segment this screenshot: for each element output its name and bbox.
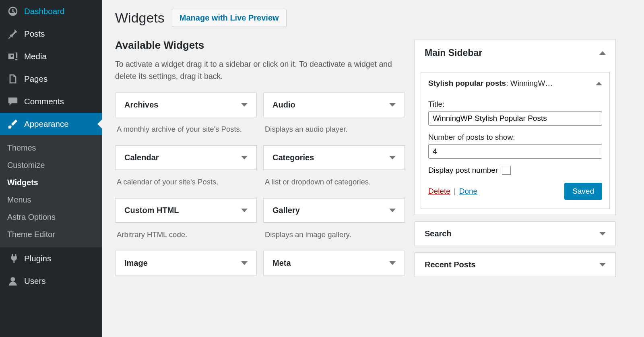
title-label: Title: <box>428 100 602 109</box>
chevron-down-icon <box>241 261 248 265</box>
widget-desc: Arbitrary HTML code. <box>115 229 257 244</box>
nav-media[interactable]: Media <box>0 45 102 68</box>
users-icon <box>7 275 19 287</box>
nav-label: Appearance <box>24 119 69 129</box>
widget-desc <box>115 282 257 286</box>
media-icon <box>7 51 19 62</box>
chevron-down-icon <box>599 232 606 236</box>
chevron-down-icon <box>389 209 396 212</box>
separator: | <box>454 187 456 195</box>
widget-desc: Displays an image gallery. <box>263 229 405 244</box>
saved-button[interactable]: Saved <box>564 183 602 200</box>
collapsed-label: Search <box>425 229 452 238</box>
widget-name: Gallery <box>272 206 300 215</box>
widget-name: Calendar <box>124 153 159 162</box>
nav-dashboard[interactable]: Dashboard <box>0 0 102 23</box>
nav-comments[interactable]: Comments <box>0 90 102 113</box>
available-widget-custom-html[interactable]: Custom HTML <box>115 198 257 223</box>
nav-label: Users <box>24 276 46 286</box>
chevron-down-icon <box>241 209 248 212</box>
submenu-astra-options[interactable]: Astra Options <box>0 209 102 226</box>
appearance-submenu: Themes Customize Widgets Menus Astra Opt… <box>0 135 102 247</box>
nav-appearance[interactable]: Appearance <box>0 113 102 135</box>
chevron-up-icon <box>599 51 606 55</box>
available-widget-calendar[interactable]: Calendar <box>115 145 257 170</box>
submenu-widgets[interactable]: Widgets <box>0 174 102 191</box>
stylish-popular-posts-widget: Stylish popular posts: WinningW… Title: … <box>421 72 610 209</box>
display-post-number-checkbox[interactable] <box>502 166 511 175</box>
pin-icon <box>7 28 19 39</box>
nav-pages[interactable]: Pages <box>0 68 102 90</box>
widget-header-title: Stylish popular posts: WinningW… <box>428 79 553 88</box>
chevron-down-icon <box>389 261 396 265</box>
available-widget-audio[interactable]: Audio <box>263 93 405 117</box>
widget-desc: A monthly archive of your site's Posts. <box>115 124 257 139</box>
main-sidebar-header[interactable]: Main Sidebar <box>415 39 615 66</box>
widget-name: Categories <box>272 153 314 162</box>
nav-label: Comments <box>24 97 64 106</box>
nav-label: Plugins <box>24 254 51 263</box>
dashboard-icon <box>7 6 19 17</box>
num-posts-input[interactable] <box>428 144 602 159</box>
widget-header[interactable]: Stylish popular posts: WinningW… <box>421 72 609 94</box>
submenu-menus[interactable]: Menus <box>0 191 102 209</box>
widget-name: Meta <box>272 258 291 268</box>
pages-icon <box>7 73 19 85</box>
num-posts-label: Number of posts to show: <box>428 133 602 142</box>
live-preview-button[interactable]: Manage with Live Preview <box>172 9 287 27</box>
submenu-customize[interactable]: Customize <box>0 157 102 174</box>
nav-label: Media <box>24 52 47 61</box>
collapsed-label: Recent Posts <box>425 260 476 269</box>
widget-name: Custom HTML <box>124 206 179 215</box>
title-input[interactable] <box>428 111 602 126</box>
page-header: Widgets Manage with Live Preview <box>115 9 631 27</box>
plug-icon <box>7 253 19 264</box>
main-content: Widgets Manage with Live Preview Availab… <box>102 0 644 337</box>
widget-name: Audio <box>272 100 295 110</box>
available-widget-gallery[interactable]: Gallery <box>263 198 405 223</box>
available-widget-meta[interactable]: Meta <box>263 251 405 275</box>
chevron-down-icon <box>599 263 606 267</box>
chevron-up-icon <box>596 82 602 85</box>
page-title: Widgets <box>115 10 165 26</box>
nav-label: Posts <box>24 29 45 39</box>
available-widget-archives[interactable]: Archives <box>115 93 257 117</box>
chevron-down-icon <box>241 156 248 159</box>
widget-desc: A calendar of your site's Posts. <box>115 176 257 192</box>
done-link[interactable]: Done <box>459 187 477 195</box>
widget-name: Image <box>124 258 148 268</box>
area-title: Main Sidebar <box>425 48 482 58</box>
available-widget-categories[interactable]: Categories <box>263 145 405 170</box>
widget-name: Archives <box>124 100 159 110</box>
recent-posts-widget-collapsed[interactable]: Recent Posts <box>415 252 616 277</box>
widget-desc: Displays an audio player. <box>263 124 405 139</box>
chevron-down-icon <box>389 156 396 159</box>
sidebar-areas-column: Main Sidebar Stylish popular posts: Winn… <box>415 39 616 286</box>
widget-desc <box>263 282 405 286</box>
brush-icon <box>7 118 19 130</box>
comments-icon <box>7 96 19 107</box>
available-desc: To activate a widget drag it to a sideba… <box>115 58 405 82</box>
nav-label: Pages <box>24 74 47 84</box>
nav-users[interactable]: Users <box>0 270 102 292</box>
admin-sidebar: Dashboard Posts Media Pages Comments App… <box>0 0 102 337</box>
chevron-down-icon <box>389 103 396 107</box>
nav-label: Dashboard <box>24 6 64 16</box>
display-post-number-label: Display post number <box>428 166 498 175</box>
available-title: Available Widgets <box>115 39 405 52</box>
nav-posts[interactable]: Posts <box>0 23 102 45</box>
submenu-themes[interactable]: Themes <box>0 139 102 157</box>
main-sidebar-area: Main Sidebar Stylish popular posts: Winn… <box>415 39 616 215</box>
submenu-theme-editor[interactable]: Theme Editor <box>0 226 102 243</box>
chevron-down-icon <box>241 103 248 107</box>
available-widgets-column: Available Widgets To activate a widget d… <box>115 39 405 286</box>
nav-plugins[interactable]: Plugins <box>0 247 102 270</box>
delete-link[interactable]: Delete <box>428 187 450 195</box>
widget-desc: A list or dropdown of categories. <box>263 176 405 192</box>
search-widget-collapsed[interactable]: Search <box>415 221 616 246</box>
available-widget-image[interactable]: Image <box>115 251 257 275</box>
